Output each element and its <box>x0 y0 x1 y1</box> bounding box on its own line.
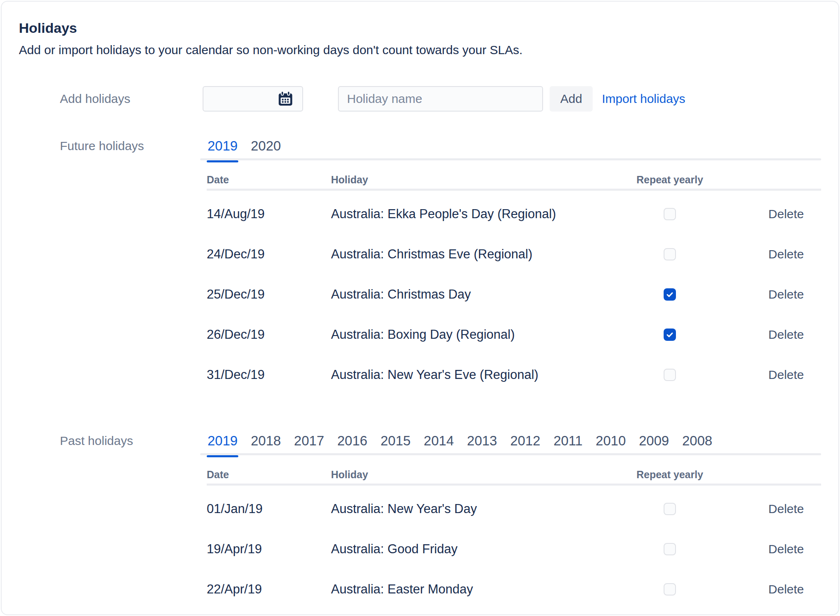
holiday-date: 01/Jan/19 <box>207 502 331 516</box>
past-table-rows: 01/Jan/19 Australia: New Year's Day Dele… <box>207 486 821 609</box>
holiday-name: Australia: Ekka People's Day (Regional) <box>331 207 635 221</box>
column-header-repeat-yearly: Repeat yearly <box>635 469 705 480</box>
holiday-row: 25/Dec/19 Australia: Christmas Day Delet… <box>207 274 821 315</box>
delete-link[interactable]: Delete <box>768 582 804 596</box>
holiday-date: 26/Dec/19 <box>207 327 331 342</box>
holiday-date: 31/Dec/19 <box>207 367 331 382</box>
holiday-name: Australia: Christmas Eve (Regional) <box>331 247 635 262</box>
repeat-yearly-cell <box>635 503 705 515</box>
calendar-icon[interactable] <box>277 90 294 107</box>
holiday-row: 26/Dec/19 Australia: Boxing Day (Regiona… <box>207 315 821 355</box>
year-tab-2009[interactable]: 2009 <box>639 432 669 450</box>
holiday-date: 25/Dec/19 <box>207 287 331 302</box>
holidays-content: Holidays Add or import holidays to your … <box>2 2 838 609</box>
delete-link[interactable]: Delete <box>768 368 804 382</box>
delete-link[interactable]: Delete <box>768 287 804 301</box>
year-tab-2013[interactable]: 2013 <box>467 432 497 450</box>
actions-cell: Delete <box>705 502 821 516</box>
repeat-yearly-cell <box>635 248 705 260</box>
repeat-yearly-checkbox[interactable] <box>664 503 676 515</box>
column-header-repeat-yearly: Repeat yearly <box>635 174 705 185</box>
page-title: Holidays <box>19 19 821 37</box>
column-header-date: Date <box>207 174 331 185</box>
future-table-header: Date Holiday Repeat yearly <box>207 160 821 191</box>
holiday-name: Australia: New Year's Eve (Regional) <box>331 367 635 382</box>
page-subtitle: Add or import holidays to your calendar … <box>19 42 821 58</box>
holidays-card: Holidays Add or import holidays to your … <box>1 1 839 615</box>
add-holidays-row: Add holidays Add Import holidays <box>19 86 821 112</box>
holiday-row: 24/Dec/19 Australia: Christmas Eve (Regi… <box>207 234 821 274</box>
holiday-date-input[interactable] <box>203 86 303 112</box>
delete-link[interactable]: Delete <box>768 328 804 342</box>
holiday-date: 19/Apr/19 <box>207 542 331 557</box>
check-icon <box>665 290 674 299</box>
past-holidays-table: Date Holiday Repeat yearly 01/Jan/19 Aus… <box>207 455 821 609</box>
actions-cell: Delete <box>705 582 821 596</box>
delete-link[interactable]: Delete <box>768 542 804 556</box>
holiday-name: Australia: New Year's Day <box>331 502 635 516</box>
holiday-date: 14/Aug/19 <box>207 207 331 221</box>
delete-link[interactable]: Delete <box>768 502 804 516</box>
year-tab-2010[interactable]: 2010 <box>596 432 625 450</box>
column-header-holiday: Holiday <box>331 174 635 185</box>
actions-cell: Delete <box>705 207 821 221</box>
year-tab-2019[interactable]: 2019 <box>208 137 237 155</box>
holiday-date: 22/Apr/19 <box>207 582 331 597</box>
holiday-name: Australia: Good Friday <box>331 542 635 557</box>
repeat-yearly-checkbox[interactable] <box>664 583 676 595</box>
repeat-yearly-cell <box>635 288 705 301</box>
year-tab-2012[interactable]: 2012 <box>510 432 540 450</box>
import-holidays-link[interactable]: Import holidays <box>602 92 685 106</box>
holiday-row: 01/Jan/19 Australia: New Year's Day Dele… <box>207 489 821 529</box>
holiday-name: Australia: Easter Monday <box>331 582 635 597</box>
past-table-header: Date Holiday Repeat yearly <box>207 455 821 486</box>
repeat-yearly-checkbox[interactable] <box>664 248 676 260</box>
add-holidays-label: Add holidays <box>60 91 207 106</box>
holiday-date: 24/Dec/19 <box>207 247 331 262</box>
year-tab-2020[interactable]: 2020 <box>251 137 281 155</box>
actions-cell: Delete <box>705 368 821 382</box>
holiday-row: 19/Apr/19 Australia: Good Friday Delete <box>207 529 821 569</box>
actions-cell: Delete <box>705 247 821 261</box>
past-year-tabs: 2019201820172016201520142013201220112010… <box>200 432 821 455</box>
future-holidays-table: Date Holiday Repeat yearly 14/Aug/19 Aus… <box>207 160 821 395</box>
check-icon <box>665 330 674 339</box>
repeat-yearly-cell <box>635 369 705 381</box>
year-tab-2019[interactable]: 2019 <box>208 432 237 450</box>
holiday-name: Australia: Christmas Day <box>331 287 635 302</box>
repeat-yearly-cell <box>635 208 705 220</box>
column-header-holiday: Holiday <box>331 469 635 480</box>
year-tab-2018[interactable]: 2018 <box>251 432 281 450</box>
actions-cell: Delete <box>705 542 821 556</box>
holiday-row: 14/Aug/19 Australia: Ekka People's Day (… <box>207 194 821 234</box>
holiday-row: 22/Apr/19 Australia: Easter Monday Delet… <box>207 569 821 609</box>
repeat-yearly-checkbox[interactable] <box>664 208 676 220</box>
future-holidays-label: Future holidays <box>60 137 207 155</box>
repeat-yearly-cell <box>635 329 705 341</box>
past-holidays-label: Past holidays <box>60 432 207 450</box>
year-tab-2017[interactable]: 2017 <box>294 432 324 450</box>
repeat-yearly-checkbox[interactable] <box>664 543 676 555</box>
year-tab-2008[interactable]: 2008 <box>682 432 712 450</box>
actions-cell: Delete <box>705 287 821 301</box>
future-table-rows: 14/Aug/19 Australia: Ekka People's Day (… <box>207 191 821 395</box>
repeat-yearly-checkbox[interactable] <box>664 329 676 341</box>
year-tab-2015[interactable]: 2015 <box>381 432 411 450</box>
repeat-yearly-cell <box>635 543 705 555</box>
repeat-yearly-checkbox[interactable] <box>664 288 676 301</box>
repeat-yearly-checkbox[interactable] <box>664 369 676 381</box>
column-header-date: Date <box>207 469 331 480</box>
delete-link[interactable]: Delete <box>768 247 804 261</box>
repeat-yearly-cell <box>635 583 705 595</box>
future-year-tabs: 20192020 <box>200 137 821 160</box>
year-tab-2014[interactable]: 2014 <box>424 432 454 450</box>
future-holidays-section: Future holidays 20192020 Date Holiday Re… <box>19 137 821 395</box>
year-tab-2016[interactable]: 2016 <box>337 432 367 450</box>
year-tab-2011[interactable]: 2011 <box>553 432 582 450</box>
past-holidays-section: Past holidays 20192018201720162015201420… <box>19 432 821 609</box>
actions-cell: Delete <box>705 328 821 342</box>
holiday-name: Australia: Boxing Day (Regional) <box>331 327 635 342</box>
delete-link[interactable]: Delete <box>768 207 804 221</box>
add-button[interactable]: Add <box>550 86 593 112</box>
holiday-name-input[interactable] <box>338 86 543 112</box>
